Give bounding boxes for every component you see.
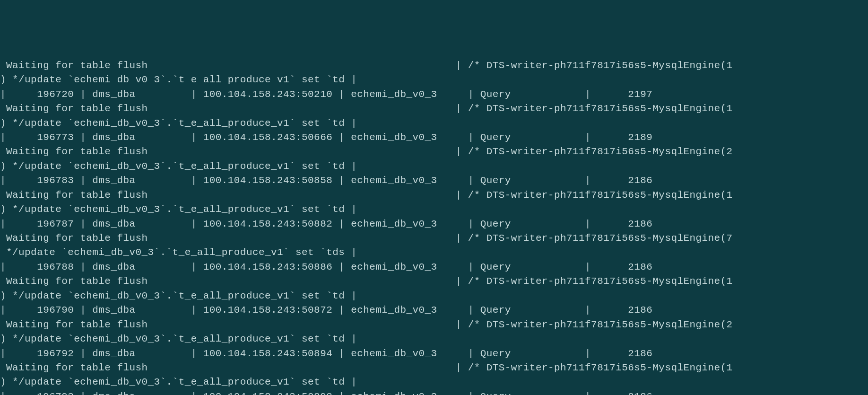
- update-line: ) */update `echemi_db_v0_3`.`t_e_all_pro…: [0, 73, 868, 87]
- process-row: | 196787 | dms_dba | 100.104.158.243:508…: [0, 217, 868, 231]
- update-line: ) */update `echemi_db_v0_3`.`t_e_all_pro…: [0, 116, 868, 131]
- update-line: ) */update `echemi_db_v0_3`.`t_e_all_pro…: [0, 289, 868, 303]
- terminal-output: Waiting for table flush | /* DTS-writer-…: [0, 59, 868, 395]
- waiting-line: Waiting for table flush | /* DTS-writer-…: [0, 59, 868, 73]
- waiting-line: Waiting for table flush | /* DTS-writer-…: [0, 145, 868, 159]
- process-row: | 196773 | dms_dba | 100.104.158.243:506…: [0, 131, 868, 145]
- waiting-line: Waiting for table flush | /* DTS-writer-…: [0, 274, 868, 289]
- update-line: ) */update `echemi_db_v0_3`.`t_e_all_pro…: [0, 202, 868, 217]
- process-row: | 196783 | dms_dba | 100.104.158.243:508…: [0, 174, 868, 188]
- waiting-line: Waiting for table flush | /* DTS-writer-…: [0, 318, 868, 332]
- process-row: | 196792 | dms_dba | 100.104.158.243:508…: [0, 347, 868, 361]
- waiting-line: Waiting for table flush | /* DTS-writer-…: [0, 361, 868, 375]
- waiting-line: Waiting for table flush | /* DTS-writer-…: [0, 102, 868, 116]
- waiting-line: Waiting for table flush | /* DTS-writer-…: [0, 231, 868, 246]
- update-line: ) */update `echemi_db_v0_3`.`t_e_all_pro…: [0, 332, 868, 346]
- process-row: | 196720 | dms_dba | 100.104.158.243:502…: [0, 88, 868, 102]
- process-row: | 196790 | dms_dba | 100.104.158.243:508…: [0, 303, 868, 317]
- update-line: */update `echemi_db_v0_3`.`t_e_all_produ…: [0, 246, 868, 260]
- waiting-line: Waiting for table flush | /* DTS-writer-…: [0, 188, 868, 202]
- update-line: ) */update `echemi_db_v0_3`.`t_e_all_pro…: [0, 159, 868, 174]
- update-line: ) */update `echemi_db_v0_3`.`t_e_all_pro…: [0, 375, 868, 389]
- process-row: | 196793 | dms_dba | 100.104.158.243:508…: [0, 390, 868, 395]
- process-row: | 196788 | dms_dba | 100.104.158.243:508…: [0, 260, 868, 274]
